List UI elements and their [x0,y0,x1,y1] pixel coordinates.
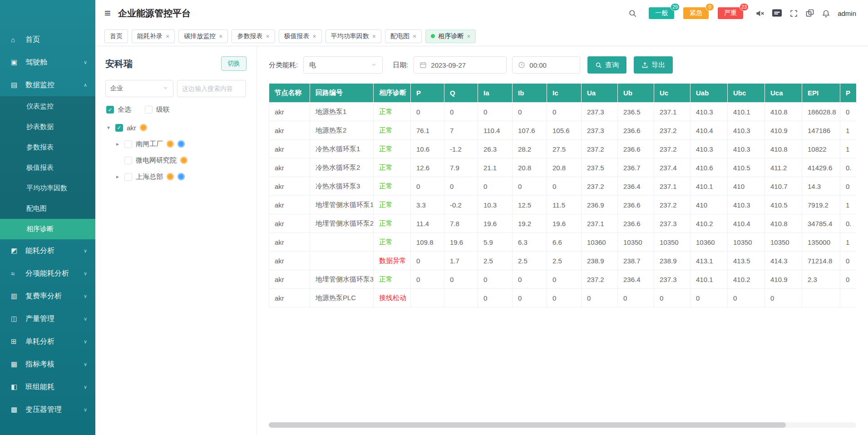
cell: 2.5 [513,252,547,270]
sidebar-item-4[interactable]: ≈分项能耗分析∨ [0,262,95,285]
chevron-down-icon: ∨ [84,384,87,390]
cell: 410.2 [728,270,765,289]
sidebar-subitem-1[interactable]: 抄表数据 [0,117,95,137]
caret-closed-icon[interactable]: ▸ [114,141,121,147]
sidebar-subitem-0[interactable]: 仪表监控 [0,96,95,117]
query-button-label: 查询 [605,61,619,69]
cell: 410.3 [728,140,765,158]
time-picker[interactable]: 00:00 [512,56,580,74]
tab-5[interactable]: 平均功率因数× [326,30,381,43]
tab-close-icon[interactable]: × [467,33,470,40]
cell: 正常 [374,214,411,233]
cell: 410.9 [765,121,802,140]
tab-6[interactable]: 配电图× [385,30,422,43]
tab-close-icon[interactable]: × [166,33,169,40]
tab-close-icon[interactable]: × [219,33,222,40]
search-icon[interactable] [628,9,637,18]
check-all-checkbox[interactable]: ✓ [106,106,114,114]
tab-7[interactable]: 相序诊断× [425,30,476,43]
export-button[interactable]: 导出 [634,56,673,74]
horizontal-scrollbar[interactable] [269,422,856,428]
cell: 1 [840,196,857,214]
cell: 2.3 [802,270,840,289]
tree-node-checkbox[interactable]: ✓ [115,124,123,132]
tree-node-label: 微电网研究院 [136,156,177,165]
tree-search-input[interactable] [177,80,246,97]
sidebar-subitem-2[interactable]: 参数报表 [0,137,95,158]
sidebar-item-2[interactable]: ▤数据监控∧ [0,74,95,96]
tab-3[interactable]: 参数报表× [232,30,275,43]
volume-mute-icon[interactable] [755,9,764,18]
cell: 地源热泵1 [310,103,374,121]
bell-icon[interactable] [822,9,830,18]
tab-close-icon[interactable]: × [266,33,269,40]
sidebar-item-5[interactable]: ▥复费率分析∨ [0,285,95,307]
fullscreen-icon[interactable] [789,9,798,18]
sidebar-item-3[interactable]: ◩能耗分析∨ [0,239,95,262]
sidebar-item-label: 驾驶舱 [25,58,84,67]
cell: 410.3 [690,140,728,158]
tree-head: 安科瑞 切换 [105,56,247,71]
multi-window-icon[interactable] [805,9,814,18]
user-name[interactable]: admin [838,10,856,17]
tab-2[interactable]: 碳排放监控× [178,30,228,43]
tree-nodes: ▾✓akr▸南闸工厂微电网研究院▸上海总部 [105,119,247,185]
tab-4[interactable]: 极值报表× [279,30,322,43]
tree-node-checkbox[interactable] [124,140,132,148]
tree-node-0[interactable]: ▾✓akr [105,119,247,136]
date-picker[interactable]: 2023-09-27 [414,56,507,74]
scrollbar-thumb[interactable] [269,422,786,428]
cell: 6.3 [513,233,547,252]
cell: 0 [411,252,444,270]
tab-close-icon[interactable]: × [372,33,376,40]
sidebar-item-7[interactable]: ⊞单耗分析∨ [0,330,95,353]
cell: 19.2 [513,214,547,233]
column-header-2: 相序诊断 [374,84,411,103]
tree-node-1[interactable]: ▸南闸工厂 [105,136,247,152]
tree-node-checkbox[interactable] [124,173,132,181]
tab-close-icon[interactable]: × [313,33,316,40]
sidebar-subitem-5[interactable]: 配电图 [0,198,95,219]
sidebar-item-1[interactable]: ▣驾驶舱∨ [0,51,95,74]
cell: 237.3 [582,103,618,121]
cell: 0 [444,270,478,289]
cell: 237.2 [654,196,690,214]
cascade-checkbox[interactable] [145,106,153,114]
cell: 21.1 [478,158,513,177]
sidebar-subitem-6[interactable]: 相序诊断 [0,219,95,239]
tree-node-2[interactable]: 微电网研究院 [105,152,247,168]
caret-closed-icon[interactable]: ▸ [114,173,121,180]
sidebar-item-9[interactable]: ◧班组能耗∨ [0,376,95,398]
alarm-badge-0[interactable]: 一般29 [649,7,674,19]
switch-button[interactable]: 切换 [221,56,247,71]
sidebar-subitem-4[interactable]: 平均功率因数 [0,178,95,198]
category-select[interactable]: 电 [303,56,383,74]
tab-label: 能耗补录 [137,32,163,40]
cascade[interactable]: 级联 [145,105,170,114]
query-button[interactable]: 查询 [587,56,626,74]
sidebar-item-10[interactable]: ▩变压器管理∨ [0,398,95,421]
org-type-select[interactable]: 企业 [105,80,173,97]
sidebar-item-label: 指标考核 [25,360,84,369]
caret-open-icon[interactable]: ▾ [105,124,112,131]
sidebar-item-8[interactable]: ▦指标考核∨ [0,353,95,376]
cell: 238.9 [582,252,618,270]
table-row: akr数据异常01.72.52.52.5238.9238.7238.9413.1… [269,252,857,270]
alarm-badge-1[interactable]: 紧急0 [683,7,709,19]
sidebar-subitem-3[interactable]: 极值报表 [0,158,95,178]
tab-1[interactable]: 能耗补录× [132,30,175,43]
sidebar-item-0[interactable]: ⌂首页 [0,28,95,51]
tab-close-icon[interactable]: × [413,33,416,40]
tab-0[interactable]: 首页 [104,30,128,43]
sidebar-item-6[interactable]: ◫产量管理∨ [0,307,95,330]
monitor-icon[interactable] [772,9,782,18]
tree-node-3[interactable]: ▸上海总部 [105,168,247,185]
topbar-icons-post [755,9,830,18]
table-row: akr冷热水循环泵2正常12.67.921.120.820.8237.5236.… [269,158,857,177]
alarm-badge-2[interactable]: 严重23 [718,7,743,19]
hamburger-icon[interactable]: ≡ [104,8,111,19]
check-all[interactable]: ✓ 全选 [106,105,131,114]
cell: 10360 [582,233,618,252]
cell: 19.6 [547,214,582,233]
tree-node-checkbox[interactable] [124,157,132,164]
